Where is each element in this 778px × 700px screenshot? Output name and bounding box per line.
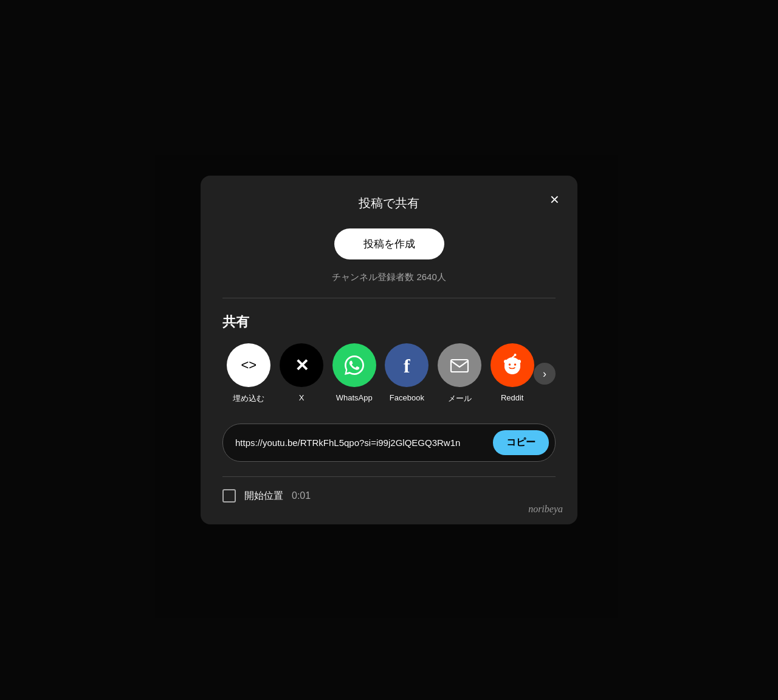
copy-button[interactable]: コピー [493,430,549,455]
svg-rect-0 [451,360,468,372]
svg-point-6 [517,360,521,363]
mail-icon [449,354,470,376]
mail-icon-circle [438,343,481,387]
next-button[interactable]: › [534,363,556,385]
url-row: https://youtu.be/RTRkFhL5qpo?si=i99j2GlQ… [222,424,556,462]
modal-title: 投稿で共有 [359,195,419,211]
svg-point-5 [504,360,508,363]
share-item-reddit[interactable]: Reddit [486,343,539,402]
create-post-button[interactable]: 投稿を作成 [334,228,444,259]
divider-top [222,298,556,298]
facebook-icon: f [404,354,410,377]
whatsapp-icon [342,353,367,377]
svg-point-2 [504,357,520,373]
start-position-label: 開始位置 [244,490,283,503]
facebook-icon-circle: f [385,343,429,387]
x-label: X [299,393,305,402]
share-item-mail[interactable]: メール [433,343,486,404]
whatsapp-label: WhatsApp [336,393,373,402]
share-section-label: 共有 [222,313,556,331]
svg-point-8 [514,354,516,356]
modal-header: 投稿で共有 × [222,195,556,211]
share-item-facebook[interactable]: f Facebook [380,343,433,402]
svg-point-3 [508,363,511,366]
start-position-row: 開始位置 0:01 [222,489,556,503]
share-item-x[interactable]: ✕ X [275,343,328,402]
x-icon-circle: ✕ [280,343,323,387]
x-icon: ✕ [295,355,309,376]
embed-label: 埋め込む [233,393,264,404]
share-item-embed[interactable]: <> 埋め込む [222,343,275,404]
watermark: noribeya [528,504,563,515]
embed-icon-circle: <> [227,343,270,387]
start-position-time: 0:01 [292,490,311,501]
embed-icon: <> [241,357,256,373]
start-position-checkbox[interactable] [222,489,236,503]
whatsapp-icon-circle [332,343,376,387]
reddit-label: Reddit [501,393,524,402]
facebook-label: Facebook [390,393,424,402]
divider-bottom [222,476,556,477]
reddit-icon [498,351,526,379]
share-icons-row: <> 埋め込む ✕ X WhatsApp [222,343,556,404]
svg-point-4 [514,363,516,366]
modal-overlay: 投稿で共有 × 投稿を作成 チャンネル登録者数 2640人 共有 <> 埋め込む… [0,0,778,700]
close-button[interactable]: × [548,189,562,210]
subscriber-count: チャンネル登録者数 2640人 [222,272,556,283]
mail-label: メール [448,393,472,404]
share-url: https://youtu.be/RTRkFhL5qpo?si=i99j2GlQ… [235,437,486,448]
reddit-icon-circle [491,343,534,387]
share-item-whatsapp[interactable]: WhatsApp [328,343,380,402]
share-modal: 投稿で共有 × 投稿を作成 チャンネル登録者数 2640人 共有 <> 埋め込む… [201,176,577,524]
